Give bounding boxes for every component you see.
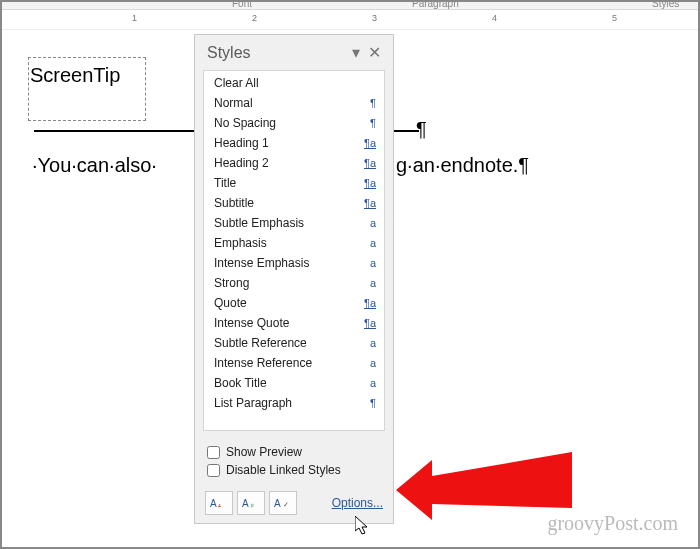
style-item-label: Subtitle bbox=[214, 196, 360, 210]
style-type-icon: a bbox=[360, 237, 376, 249]
style-item[interactable]: Emphasisa bbox=[204, 233, 384, 253]
style-item[interactable]: Heading 2¶a bbox=[204, 153, 384, 173]
manage-styles-button[interactable]: A✓ bbox=[269, 491, 297, 515]
style-item[interactable]: Quote¶a bbox=[204, 293, 384, 313]
style-item[interactable]: Intense Emphasisa bbox=[204, 253, 384, 273]
style-item-label: Heading 2 bbox=[214, 156, 360, 170]
style-type-icon: ¶ bbox=[360, 97, 376, 109]
style-item-label: Title bbox=[214, 176, 360, 190]
ribbon-edge: Font Paragraph Styles bbox=[2, 2, 698, 10]
svg-text:A: A bbox=[274, 498, 281, 509]
style-item[interactable]: No Spacing¶ bbox=[204, 113, 384, 133]
svg-text:₄: ₄ bbox=[218, 501, 221, 508]
show-preview-checkbox[interactable]: Show Preview bbox=[207, 443, 381, 461]
style-item-label: Clear All bbox=[214, 76, 360, 90]
style-item[interactable]: Subtitle¶a bbox=[204, 193, 384, 213]
svg-text:A: A bbox=[210, 498, 217, 509]
style-type-icon: a bbox=[360, 377, 376, 389]
disable-linked-checkbox[interactable]: Disable Linked Styles bbox=[207, 461, 381, 479]
horizontal-ruler: 1 2 3 4 5 bbox=[2, 10, 698, 30]
style-item-label: Quote bbox=[214, 296, 360, 310]
style-item-label: Intense Reference bbox=[214, 356, 360, 370]
style-item-label: Emphasis bbox=[214, 236, 360, 250]
style-type-icon: a bbox=[360, 217, 376, 229]
style-item-label: List Paragraph bbox=[214, 396, 360, 410]
disable-linked-input[interactable] bbox=[207, 464, 220, 477]
style-type-icon: a bbox=[360, 257, 376, 269]
ribbon-group-styles: Styles bbox=[652, 0, 679, 9]
style-item-label: Book Title bbox=[214, 376, 360, 390]
style-item-label: Subtle Emphasis bbox=[214, 216, 360, 230]
style-type-icon: ¶a bbox=[360, 317, 376, 329]
watermark: groovyPost.com bbox=[547, 512, 678, 535]
screentip-text: ScreenTip bbox=[30, 64, 120, 87]
options-link[interactable]: Options... bbox=[332, 496, 383, 510]
close-icon[interactable]: ✕ bbox=[365, 43, 383, 62]
new-style-button[interactable]: A₄ bbox=[205, 491, 233, 515]
style-item[interactable]: Heading 1¶a bbox=[204, 133, 384, 153]
style-item[interactable]: Clear All bbox=[204, 73, 384, 93]
style-item[interactable]: List Paragraph¶ bbox=[204, 393, 384, 413]
style-item[interactable]: Title¶a bbox=[204, 173, 384, 193]
style-item[interactable]: Intense Quote¶a bbox=[204, 313, 384, 333]
style-item-label: Intense Quote bbox=[214, 316, 360, 330]
ribbon-group-paragraph: Paragraph bbox=[412, 0, 459, 9]
svg-text:ᵦ: ᵦ bbox=[251, 501, 254, 508]
style-type-icon: ¶ bbox=[360, 397, 376, 409]
style-item-label: Heading 1 bbox=[214, 136, 360, 150]
style-item[interactable]: Normal¶ bbox=[204, 93, 384, 113]
paragraph-mark: ¶ bbox=[416, 118, 427, 141]
style-item-label: No Spacing bbox=[214, 116, 360, 130]
pane-menu-icon[interactable]: ▾ bbox=[347, 43, 365, 62]
styles-pane: Styles ▾ ✕ Clear AllNormal¶No Spacing¶He… bbox=[194, 34, 394, 524]
style-item[interactable]: Stronga bbox=[204, 273, 384, 293]
style-type-icon: ¶a bbox=[360, 177, 376, 189]
svg-text:A: A bbox=[242, 498, 249, 509]
style-item[interactable]: Subtle Emphasisa bbox=[204, 213, 384, 233]
ribbon-group-font: Font bbox=[232, 0, 252, 9]
style-item[interactable]: Book Titlea bbox=[204, 373, 384, 393]
style-inspector-button[interactable]: Aᵦ bbox=[237, 491, 265, 515]
svg-text:✓: ✓ bbox=[283, 501, 289, 508]
show-preview-label: Show Preview bbox=[226, 445, 302, 459]
style-item-label: Subtle Reference bbox=[214, 336, 360, 350]
styles-list: Clear AllNormal¶No Spacing¶Heading 1¶aHe… bbox=[203, 70, 385, 431]
style-type-icon: a bbox=[360, 357, 376, 369]
body-text-left: ·You·can·also· bbox=[32, 154, 157, 177]
show-preview-input[interactable] bbox=[207, 446, 220, 459]
style-item-label: Intense Emphasis bbox=[214, 256, 360, 270]
style-item[interactable]: Subtle Referencea bbox=[204, 333, 384, 353]
body-text-right: g·an·endnote.¶ bbox=[396, 154, 529, 177]
style-type-icon: a bbox=[360, 277, 376, 289]
style-type-icon: ¶a bbox=[360, 137, 376, 149]
style-item-label: Strong bbox=[214, 276, 360, 290]
style-type-icon: ¶a bbox=[360, 157, 376, 169]
disable-linked-label: Disable Linked Styles bbox=[226, 463, 341, 477]
style-item[interactable]: Intense Referencea bbox=[204, 353, 384, 373]
style-type-icon: ¶ bbox=[360, 117, 376, 129]
style-type-icon: a bbox=[360, 337, 376, 349]
styles-pane-title: Styles bbox=[207, 44, 347, 62]
style-type-icon: ¶a bbox=[360, 297, 376, 309]
style-type-icon: ¶a bbox=[360, 197, 376, 209]
style-item-label: Normal bbox=[214, 96, 360, 110]
